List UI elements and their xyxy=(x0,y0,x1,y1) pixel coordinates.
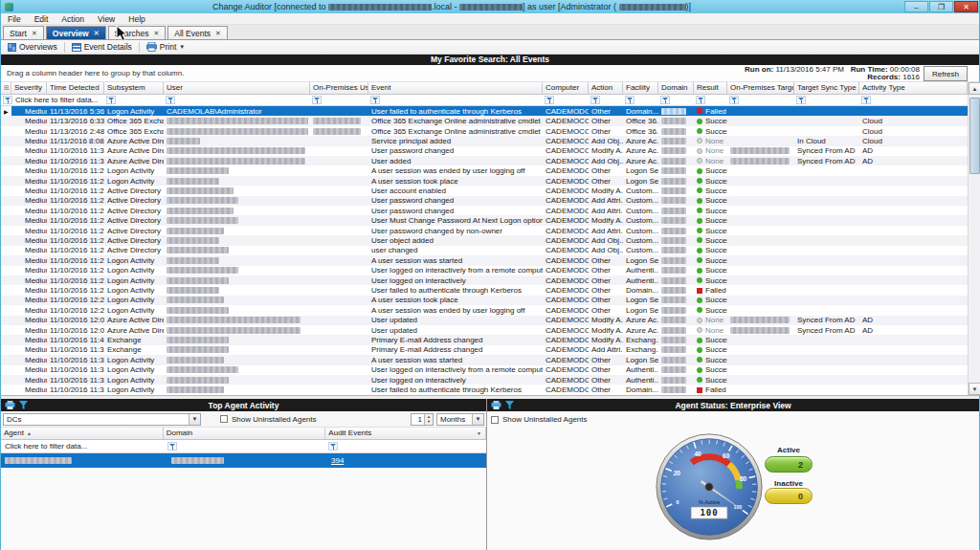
close-tab-icon[interactable]: ✕ xyxy=(215,30,221,37)
table-row[interactable]: Medium11/10/2016 11:25...Logon ActivityA… xyxy=(1,165,968,175)
table-row[interactable]: Medium11/10/2016 11:23...Logon ActivityU… xyxy=(1,285,968,295)
print-icon[interactable] xyxy=(491,401,501,409)
column-header-on-premises-target[interactable]: On-Premises Target xyxy=(727,82,794,94)
grid-vertical-scrollbar[interactable]: ▲ ▼ xyxy=(968,82,980,395)
show-uninstalled-checkbox[interactable] xyxy=(220,415,228,423)
column-header-agent[interactable]: Agent▲ xyxy=(1,428,164,439)
grid-filter-row[interactable]: Click here to filter data... xyxy=(1,95,968,106)
filter-icon[interactable] xyxy=(328,442,338,451)
filter-cell[interactable] xyxy=(658,95,694,106)
agent-filter-row[interactable]: Click here to filter data... xyxy=(1,440,486,453)
tab-start[interactable]: Start✕ xyxy=(3,26,44,39)
column-header-subsystem[interactable]: Subsystem xyxy=(104,82,164,94)
filter-icon[interactable] xyxy=(729,96,739,104)
filter-icon[interactable] xyxy=(370,96,380,104)
table-row[interactable]: Medium11/10/2016 11:35...Azure Active Di… xyxy=(1,156,968,165)
refresh-button[interactable]: Refresh xyxy=(924,66,968,81)
table-row[interactable]: Medium11/10/2016 11:40...ExchangePrimary… xyxy=(1,335,968,344)
table-row[interactable]: Medium11/10/2016 11:25...Active Director… xyxy=(1,206,968,215)
table-row[interactable]: Medium11/11/2016 8:08...Azure Active Dir… xyxy=(1,136,968,145)
table-row[interactable]: ▶Medium11/13/2016 5:36...Logon ActivityC… xyxy=(1,106,968,116)
filter-cell[interactable] xyxy=(543,95,589,106)
show-uninstalled-checkbox[interactable] xyxy=(491,416,499,424)
filter-icon[interactable] xyxy=(166,96,175,104)
scroll-down-icon[interactable]: ▼ xyxy=(969,383,980,395)
period-value-stepper[interactable]: 1▲▼ xyxy=(411,413,434,426)
scroll-up-icon[interactable]: ▲ xyxy=(969,82,980,95)
table-row[interactable]: Medium11/10/2016 11:25...Active Director… xyxy=(1,226,968,235)
table-row[interactable]: Medium11/10/2016 12:28...Logon ActivityA… xyxy=(1,305,968,315)
table-row[interactable]: Medium11/10/2016 12:28...Logon ActivityA… xyxy=(1,296,968,305)
column-header-on-premises-user[interactable]: On-Premises User xyxy=(310,82,368,94)
table-row[interactable]: Medium11/13/2016 6:33...Office 365 Excha… xyxy=(1,116,968,125)
column-header-domain[interactable]: Domain xyxy=(658,82,694,94)
table-row[interactable]: Medium11/10/2016 11:39...Logon ActivityU… xyxy=(1,375,968,385)
table-row[interactable]: Medium11/10/2016 12:04...Azure Active Di… xyxy=(1,316,968,325)
filter-icon[interactable] xyxy=(106,96,116,104)
table-row[interactable]: Medium11/10/2016 11:25...Active Director… xyxy=(1,215,968,225)
close-tab-icon[interactable]: ✕ xyxy=(153,30,159,37)
column-header-activity-type[interactable]: Activity Type xyxy=(859,82,968,94)
column-header-user[interactable]: User xyxy=(164,82,310,94)
event-details-button[interactable]: Event Details xyxy=(65,40,139,55)
print-icon[interactable] xyxy=(5,401,15,409)
filter-icon[interactable] xyxy=(19,401,28,409)
close-tab-icon[interactable]: ✕ xyxy=(94,30,100,37)
close-button[interactable]: ✕ xyxy=(954,1,978,12)
column-header-computer[interactable]: Computer xyxy=(543,82,589,94)
column-header-audit-events[interactable]: Audit Events▼ xyxy=(325,428,486,439)
agent-scope-select[interactable]: DCs▼ xyxy=(3,413,201,426)
grid-filter-hint-cell[interactable]: Click here to filter data... xyxy=(1,95,104,106)
menu-view[interactable]: View xyxy=(91,13,122,25)
menu-edit[interactable]: Edit xyxy=(28,13,56,25)
print-button[interactable]: Print▼ xyxy=(140,40,191,55)
column-header-target-sync-type[interactable]: Target Sync Type xyxy=(794,82,859,94)
table-row[interactable]: Medium11/10/2016 11:23...Logon ActivityU… xyxy=(1,275,968,285)
filter-icon[interactable] xyxy=(3,96,12,104)
filter-hint[interactable]: Click here to filter data... xyxy=(15,96,98,104)
table-row[interactable]: Medium11/10/2016 12:04...Azure Active Di… xyxy=(1,325,968,335)
table-row[interactable]: Medium11/10/2016 11:25...Active Director… xyxy=(1,235,968,245)
filter-icon[interactable] xyxy=(312,96,322,104)
column-header-domain[interactable]: Domain xyxy=(164,428,326,439)
filter-icon[interactable] xyxy=(167,442,177,451)
column-header-action[interactable]: Action xyxy=(589,82,623,94)
column-header-severity[interactable]: Severity xyxy=(11,82,47,94)
scrollbar-thumb[interactable] xyxy=(969,98,980,174)
filter-icon[interactable] xyxy=(590,96,600,104)
filter-cell[interactable] xyxy=(589,95,623,106)
restore-button[interactable]: ❐ xyxy=(929,1,953,12)
menu-action[interactable]: Action xyxy=(55,13,91,25)
table-row[interactable]: Medium11/10/2016 11:36...Azure Active Di… xyxy=(1,146,968,156)
filter-cell[interactable] xyxy=(310,95,368,106)
filter-cell[interactable] xyxy=(859,95,968,106)
filter-icon[interactable] xyxy=(505,401,514,409)
spin-down-icon[interactable]: ▼ xyxy=(425,419,433,425)
tab-overview[interactable]: Overview✕ xyxy=(46,26,106,39)
table-row[interactable]: Medium11/10/2016 11:25...Active Director… xyxy=(1,196,968,206)
table-row[interactable]: Medium11/10/2016 11:25...Logon ActivityA… xyxy=(1,176,968,186)
table-row[interactable]: Medium11/10/2016 11:39...ExchangePrimary… xyxy=(1,345,968,355)
column-header-time-detected[interactable]: Time Detected▼ xyxy=(47,82,104,94)
menu-file[interactable]: File xyxy=(1,13,28,25)
table-row[interactable]: Medium11/10/2016 11:39...Logon ActivityU… xyxy=(1,365,968,375)
filter-icon[interactable] xyxy=(545,96,554,104)
filter-cell[interactable] xyxy=(727,95,794,106)
filter-hint[interactable]: Click here to filter data... xyxy=(1,442,160,451)
filter-cell[interactable] xyxy=(164,95,310,106)
agent-row-selected[interactable]: 394 xyxy=(1,453,486,468)
filter-cell[interactable] xyxy=(694,95,727,106)
filter-icon[interactable] xyxy=(660,96,670,104)
table-row[interactable]: Medium11/10/2016 11:38...Logon ActivityU… xyxy=(1,385,968,394)
menu-help[interactable]: Help xyxy=(122,13,151,25)
tab-searches[interactable]: Searches✕ xyxy=(108,26,167,39)
audit-events-link[interactable]: 394 xyxy=(331,456,344,465)
column-header-result[interactable]: Result xyxy=(694,82,727,94)
table-row[interactable]: Medium11/10/2016 11:25...Active Director… xyxy=(1,186,968,195)
table-row[interactable]: Medium11/13/2016 2:48...Office 365 Excha… xyxy=(1,126,968,136)
filter-cell[interactable] xyxy=(104,95,164,106)
filter-cell[interactable] xyxy=(623,95,658,106)
close-tab-icon[interactable]: ✕ xyxy=(32,30,37,37)
filter-cell[interactable] xyxy=(368,95,543,106)
period-unit-select[interactable]: Months▼ xyxy=(436,413,484,426)
